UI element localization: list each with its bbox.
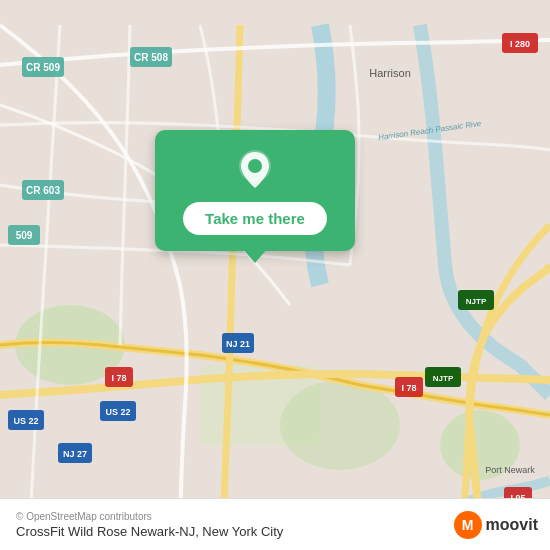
moovit-logo-circle: M <box>454 511 482 539</box>
svg-text:CR 509: CR 509 <box>26 62 60 73</box>
map-background: CR 509 CR 508 Harrison CR 603 509 NJ 21 … <box>0 0 550 550</box>
svg-text:CR 508: CR 508 <box>134 52 168 63</box>
popup-card: Take me there <box>155 130 355 251</box>
moovit-brand-text: moovit <box>486 516 538 534</box>
svg-text:NJ 27: NJ 27 <box>63 449 87 459</box>
location-text: CrossFit Wild Rose Newark-NJ, New York C… <box>16 524 283 539</box>
location-pin-icon <box>233 148 277 192</box>
svg-text:I 78: I 78 <box>111 373 126 383</box>
svg-point-38 <box>248 159 262 173</box>
map-container: CR 509 CR 508 Harrison CR 603 509 NJ 21 … <box>0 0 550 550</box>
svg-point-4 <box>280 380 400 470</box>
svg-text:US 22: US 22 <box>105 407 130 417</box>
bottom-bar: © OpenStreetMap contributors CrossFit Wi… <box>0 498 550 550</box>
svg-text:CR 603: CR 603 <box>26 185 60 196</box>
svg-text:NJTP: NJTP <box>466 297 487 306</box>
svg-text:509: 509 <box>16 230 33 241</box>
moovit-initial: M <box>462 517 474 533</box>
svg-text:NJTP: NJTP <box>433 374 454 383</box>
svg-text:Port Newark: Port Newark <box>485 465 535 475</box>
svg-text:Harrison: Harrison <box>369 67 411 79</box>
copyright-text: © OpenStreetMap contributors <box>16 511 283 522</box>
svg-text:US 22: US 22 <box>13 416 38 426</box>
moovit-logo: M moovit <box>454 511 538 539</box>
take-me-there-button[interactable]: Take me there <box>183 202 327 235</box>
svg-text:I 280: I 280 <box>510 39 530 49</box>
bottom-bar-info: © OpenStreetMap contributors CrossFit Wi… <box>16 511 283 539</box>
svg-text:NJ 21: NJ 21 <box>226 339 250 349</box>
svg-text:I 78: I 78 <box>401 383 416 393</box>
